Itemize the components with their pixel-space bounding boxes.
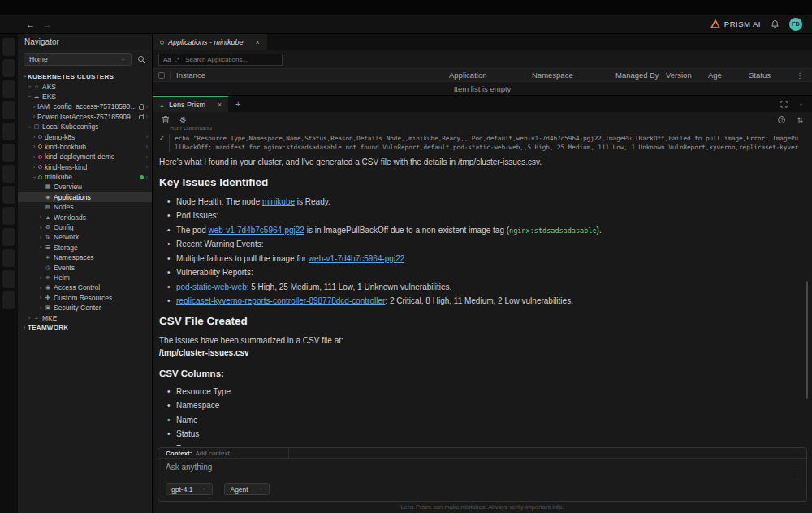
sidebar-item-workloads[interactable]: ›▲Workloads xyxy=(18,212,152,222)
chevron-right-icon[interactable]: › xyxy=(31,103,37,110)
chevron-right-icon[interactable]: › xyxy=(31,153,37,161)
chevron-right-icon[interactable]: › xyxy=(146,114,148,119)
chevron-down-icon[interactable]: › xyxy=(26,123,33,130)
sidebar-item-mke[interactable]: ›≈MKE xyxy=(18,313,152,322)
sidebar-item-storage[interactable]: ›☰Storage xyxy=(18,243,152,252)
chevron-right-icon[interactable]: › xyxy=(21,324,28,331)
dock-tile[interactable] xyxy=(2,144,15,162)
resource-link[interactable]: minikube xyxy=(262,197,295,206)
chevron-right-icon[interactable]: › xyxy=(37,244,44,251)
chevron-right-icon[interactable]: › xyxy=(146,154,148,160)
sidebar-item-custom-resources[interactable]: ›✚Custom Resources xyxy=(18,293,152,303)
sidebar-item-security-center[interactable]: ›▣Security Center xyxy=(18,303,152,313)
add-context-button[interactable]: Add context... xyxy=(195,450,235,457)
scrollbar-thumb[interactable] xyxy=(806,281,808,399)
scope-select[interactable]: Home › xyxy=(24,53,132,66)
chevron-right-icon[interactable]: › xyxy=(37,304,44,312)
column-header-managed-by[interactable]: Managed By xyxy=(615,71,666,80)
chevron-right-icon[interactable]: › xyxy=(146,134,148,140)
regex-icon[interactable]: .* xyxy=(175,56,179,63)
sidebar-item-overview[interactable]: ›▦Overview xyxy=(18,182,152,192)
chevron-right-icon[interactable]: › xyxy=(37,294,44,301)
sidebar-item-helm[interactable]: ›⎈Helm xyxy=(18,273,152,282)
new-chat-button[interactable]: + xyxy=(228,96,248,112)
resource-link[interactable]: web-v1-7d4b7c5964-pgj22 xyxy=(309,254,404,263)
chevron-right-icon[interactable]: › xyxy=(31,143,37,150)
chevron-right-icon[interactable]: › xyxy=(146,104,148,110)
close-icon[interactable]: × xyxy=(218,101,222,109)
dock-tile[interactable] xyxy=(2,165,15,183)
collapse-panel-icon[interactable]: › xyxy=(797,101,805,107)
dock-tile[interactable] xyxy=(2,207,15,225)
gear-icon[interactable]: ⚙ xyxy=(179,115,187,124)
sidebar-item-local-kubeconfigs[interactable]: ›▢Local Kubeconfigs xyxy=(18,122,152,131)
dock-tile[interactable] xyxy=(2,249,15,267)
dock-tile[interactable] xyxy=(2,123,15,140)
sidebar-item-iam-config-access-757185909751[interactable]: ›IAM_config_access-757185909751› xyxy=(18,101,152,111)
column-header-application[interactable]: Application xyxy=(449,71,532,80)
notifications-bell-icon[interactable] xyxy=(771,19,780,29)
sidebar-item-applications[interactable]: ›◈Applications xyxy=(18,192,152,202)
column-header-status[interactable]: Status xyxy=(749,71,793,80)
tab-applications-minikube[interactable]: Applications - minikube × xyxy=(153,34,267,50)
chevron-right-icon[interactable]: › xyxy=(146,175,148,180)
column-header-namespace[interactable]: Namespace xyxy=(532,71,615,80)
close-icon[interactable]: × xyxy=(256,38,260,46)
dock-tile[interactable] xyxy=(2,270,15,288)
sidebar-item-poweruseraccess-757185909751[interactable]: ›PowerUserAccess-757185909751› xyxy=(18,112,152,122)
sidebar-item-namespaces[interactable]: ›∗Namespaces xyxy=(18,252,152,262)
sidebar-item-config[interactable]: ›⚙Config xyxy=(18,222,152,232)
dock-tile[interactable] xyxy=(2,38,15,56)
context-row[interactable]: Context: Add context... xyxy=(158,448,806,459)
sidebar-item-nodes[interactable]: ›▤Nodes xyxy=(18,202,152,212)
sidebar-item-demo-k8s[interactable]: ›demo-k8s› xyxy=(18,131,152,141)
sidebar-item-network[interactable]: ›⇅Network xyxy=(18,232,152,242)
sidebar-item-events[interactable]: ›◷Events xyxy=(18,262,152,272)
chevron-right-icon[interactable]: › xyxy=(31,133,37,140)
match-case-icon[interactable]: Aa xyxy=(163,56,171,63)
send-button[interactable]: ↑ xyxy=(795,468,799,477)
sidebar-item-kind-bookhub[interactable]: ›kind-bookhub› xyxy=(18,142,152,152)
user-avatar[interactable]: FD xyxy=(789,18,802,31)
chevron-right-icon[interactable]: › xyxy=(146,164,148,170)
sidebar-item-eks[interactable]: ›☁EKS xyxy=(18,92,152,101)
mode-select[interactable]: Agent › xyxy=(224,483,270,495)
trash-icon[interactable] xyxy=(162,115,170,124)
sidebar-item-kind-lens-kind[interactable]: ›kind-lens-kind› xyxy=(18,162,152,172)
dock-tile[interactable] xyxy=(2,80,15,98)
column-header-age[interactable]: Age xyxy=(708,71,749,80)
dock-tile[interactable] xyxy=(2,101,15,119)
column-header-instance[interactable]: Instance xyxy=(176,71,449,80)
sidebar-item-aks[interactable]: ›⌂AKS xyxy=(18,81,152,91)
column-header-version[interactable]: Version xyxy=(666,71,708,80)
chevron-right-icon[interactable]: › xyxy=(37,284,44,291)
chevron-right-icon[interactable]: › xyxy=(37,234,44,241)
help-icon[interactable]: ? xyxy=(778,116,785,123)
chevron-right-icon[interactable]: › xyxy=(31,163,37,170)
resource-link[interactable]: replicaset-kyverno-reports-controller-89… xyxy=(176,296,385,305)
select-all-checkbox[interactable] xyxy=(158,72,165,79)
chevron-down-icon[interactable]: › xyxy=(26,84,33,90)
chevron-down-icon[interactable]: › xyxy=(21,73,28,80)
dock-tile[interactable] xyxy=(2,186,15,204)
chevron-down-icon[interactable]: › xyxy=(26,93,33,100)
sidebar-item-teamwork[interactable]: ›TEAMWORK xyxy=(18,323,152,333)
forward-button[interactable]: → xyxy=(43,19,52,29)
sidebar-item-access-control[interactable]: ›◉Access Control xyxy=(18,282,152,292)
column-menu-icon[interactable]: ⋮ xyxy=(793,71,806,80)
dock-tile[interactable] xyxy=(2,59,15,77)
chevron-right-icon[interactable]: › xyxy=(26,314,32,321)
resource-link[interactable]: web-v1-7d4b7c5964-pgj22 xyxy=(208,226,304,235)
search-icon[interactable] xyxy=(137,55,146,64)
sidebar-item-minikube[interactable]: ›minikube› xyxy=(18,172,152,182)
sidebar-item-kubernetes-clusters[interactable]: ›KUBERNETES CLUSTERS xyxy=(18,71,152,81)
sidebar-item-kind-deployment-demo[interactable]: ›kind-deployment-demo› xyxy=(18,152,152,162)
back-button[interactable]: ← xyxy=(26,19,35,29)
chevron-right-icon[interactable]: › xyxy=(37,213,44,221)
ask-anything-input[interactable] xyxy=(166,463,795,472)
model-select[interactable]: gpt-4.1 › xyxy=(166,483,213,495)
tab-lens-prism[interactable]: ▲ Lens Prism × xyxy=(153,96,228,112)
dock-tile[interactable] xyxy=(2,228,15,246)
resource-link[interactable]: pod-static-web-web xyxy=(176,282,247,291)
chevron-right-icon[interactable]: › xyxy=(146,144,148,149)
